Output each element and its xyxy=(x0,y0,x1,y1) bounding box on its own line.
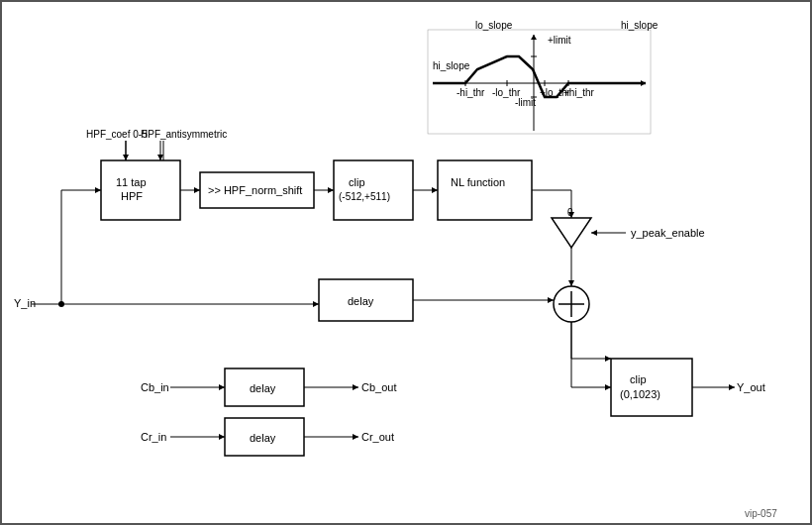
svg-rect-25 xyxy=(334,160,413,220)
svg-text:NL function: NL function xyxy=(451,176,505,188)
svg-text:delay: delay xyxy=(250,432,276,444)
svg-marker-49 xyxy=(194,187,200,193)
svg-marker-72 xyxy=(605,356,611,362)
svg-marker-69 xyxy=(548,297,554,303)
svg-text:Cb_out: Cb_out xyxy=(361,381,396,393)
svg-marker-64 xyxy=(95,187,101,193)
svg-text:delay: delay xyxy=(250,382,276,394)
svg-text:delay: delay xyxy=(348,295,374,307)
svg-text:Y_in: Y_in xyxy=(14,297,36,309)
svg-marker-30 xyxy=(552,218,591,248)
svg-marker-67 xyxy=(313,301,319,307)
svg-text:Cr_in: Cr_in xyxy=(141,431,166,443)
svg-text:(-512,+511): (-512,+511) xyxy=(339,191,390,202)
svg-rect-28 xyxy=(438,160,532,220)
svg-marker-51 xyxy=(328,187,334,193)
diagram-svg: lo_slope hi_slope +limit hi_slope -hi_th… xyxy=(2,2,812,525)
svg-text:+hi_thr: +hi_thr xyxy=(563,87,595,98)
svg-text:Y_out: Y_out xyxy=(737,381,765,393)
svg-text:y_peak_enable: y_peak_enable xyxy=(631,227,705,239)
svg-marker-47 xyxy=(157,155,163,160)
svg-text:clip: clip xyxy=(630,373,647,385)
svg-text:-hi_thr: -hi_thr xyxy=(457,87,485,98)
svg-marker-79 xyxy=(219,384,225,390)
svg-text:HPF_coef 0-5: HPF_coef 0-5 xyxy=(86,129,148,140)
svg-text:hi_slope: hi_slope xyxy=(621,20,659,31)
svg-text:HPF_antisymmetric: HPF_antisymmetric xyxy=(141,129,227,140)
svg-marker-77 xyxy=(729,384,735,390)
svg-text:Cr_out: Cr_out xyxy=(361,431,394,443)
svg-text:(0,1023): (0,1023) xyxy=(620,388,660,400)
svg-rect-37 xyxy=(611,359,692,416)
svg-marker-53 xyxy=(432,187,438,193)
svg-text:hi_slope: hi_slope xyxy=(433,60,470,71)
svg-marker-75 xyxy=(605,384,611,390)
diagram-container: lo_slope hi_slope +limit hi_slope -hi_th… xyxy=(0,0,812,525)
svg-text:Cb_in: Cb_in xyxy=(141,381,169,393)
svg-marker-83 xyxy=(219,434,225,440)
svg-marker-81 xyxy=(353,384,358,390)
svg-text:vip-057: vip-057 xyxy=(745,508,777,519)
svg-marker-60 xyxy=(591,230,597,236)
svg-text:11 tap: 11 tap xyxy=(116,176,147,188)
svg-text:+limit: +limit xyxy=(548,35,571,46)
svg-text:-limit: -limit xyxy=(515,97,536,108)
svg-text:>> HPF_norm_shift: >> HPF_norm_shift xyxy=(208,184,302,196)
svg-marker-58 xyxy=(568,280,574,286)
svg-marker-85 xyxy=(353,434,358,440)
svg-point-65 xyxy=(58,301,64,307)
svg-text:HPF: HPF xyxy=(121,190,143,202)
svg-text:clip: clip xyxy=(349,176,365,188)
svg-text:lo_slope: lo_slope xyxy=(475,20,513,31)
